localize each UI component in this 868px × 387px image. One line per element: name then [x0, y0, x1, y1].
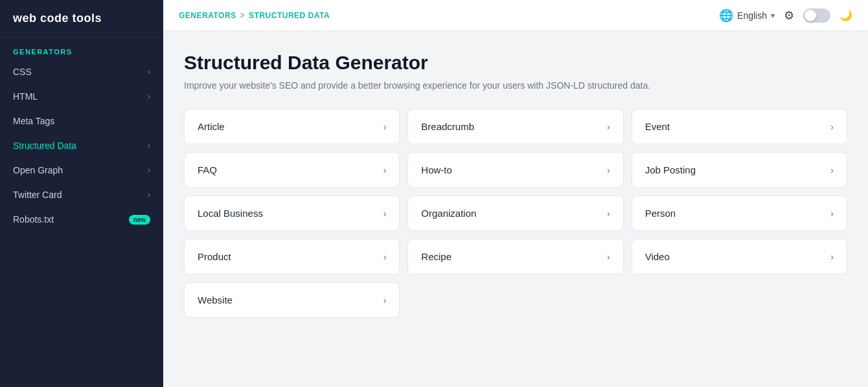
sidebar-item-twitter-card[interactable]: Twitter Card ›	[0, 182, 163, 207]
card-label: Person	[645, 208, 676, 219]
chevron-down-icon: ›	[148, 166, 150, 175]
card-label: FAQ	[198, 164, 217, 175]
chevron-right-icon: ›	[383, 165, 387, 175]
card-label: Video	[645, 251, 670, 262]
breadcrumb: GENERATORS > STRUCTURED DATA	[179, 11, 330, 20]
sidebar-item-label: CSS	[13, 67, 32, 77]
breadcrumb-current: STRUCTURED DATA	[249, 11, 330, 20]
sidebar-item-robots-txt[interactable]: Robots.txt new	[0, 207, 163, 232]
chevron-down-icon: ›	[148, 92, 150, 101]
chevron-right-icon: ›	[830, 252, 834, 262]
card-label: Product	[198, 251, 231, 262]
sidebar-item-label: Structured Data	[13, 140, 76, 151]
sidebar: web code tools GENERATORS CSS › HTML › M…	[0, 0, 163, 387]
card-label: Organization	[421, 208, 476, 219]
sidebar-item-css[interactable]: CSS ›	[0, 60, 163, 84]
breadcrumb-generators[interactable]: GENERATORS	[179, 11, 236, 20]
sidebar-item-right: new	[129, 215, 150, 225]
page-content: Structured Data Generator Improve your w…	[163, 31, 868, 387]
card-website[interactable]: Website ›	[184, 282, 400, 318]
chevron-right-icon: ›	[830, 208, 834, 219]
sidebar-section-label: GENERATORS	[0, 38, 163, 60]
moon-icon[interactable]: 🌙	[839, 9, 852, 21]
topbar-right: 🌐 English ▾ ⚙ 🌙	[719, 8, 852, 23]
page-title: Structured Data Generator	[184, 52, 847, 74]
main-content: GENERATORS > STRUCTURED DATA 🌐 English ▾…	[163, 0, 868, 387]
chevron-right-icon: ›	[830, 165, 834, 175]
chevron-right-icon: ›	[607, 208, 610, 219]
globe-icon: 🌐	[719, 8, 733, 23]
chevron-right-icon: ›	[383, 252, 387, 262]
gear-icon[interactable]: ⚙	[784, 8, 794, 23]
dark-mode-toggle[interactable]	[803, 8, 830, 23]
toggle-thumb	[805, 10, 816, 21]
language-chevron-icon: ▾	[771, 11, 775, 20]
card-label: Job Posting	[645, 164, 696, 175]
card-label: Website	[198, 294, 233, 305]
card-label: Breadcrumb	[421, 121, 474, 132]
chevron-right-icon: ›	[607, 122, 610, 132]
card-event[interactable]: Event ›	[632, 109, 847, 144]
app-logo: web code tools	[0, 0, 163, 38]
card-article[interactable]: Article ›	[184, 109, 400, 144]
sidebar-item-label: HTML	[13, 91, 38, 102]
card-label: Article	[198, 121, 225, 132]
chevron-right-icon: ›	[607, 165, 610, 175]
sidebar-item-meta-tags[interactable]: Meta Tags	[0, 109, 163, 133]
sidebar-item-structured-data[interactable]: Structured Data ›	[0, 133, 163, 158]
card-label: Recipe	[421, 251, 451, 262]
chevron-down-icon: ›	[148, 190, 150, 199]
card-organization[interactable]: Organization ›	[407, 195, 623, 231]
card-breadcrumb[interactable]: Breadcrumb ›	[407, 109, 623, 144]
chevron-down-icon: ›	[148, 141, 150, 150]
chevron-right-icon: ›	[607, 252, 610, 262]
sidebar-item-label: Meta Tags	[13, 116, 54, 126]
chevron-right-icon: ›	[383, 295, 387, 305]
card-how-to[interactable]: How-to ›	[407, 152, 623, 188]
card-label: Event	[645, 121, 670, 132]
chevron-right-icon: ›	[830, 122, 834, 132]
chevron-right-icon: ›	[383, 122, 387, 132]
topbar: GENERATORS > STRUCTURED DATA 🌐 English ▾…	[163, 0, 868, 31]
card-video[interactable]: Video ›	[632, 239, 847, 274]
sidebar-item-label: Open Graph	[13, 165, 63, 175]
card-person[interactable]: Person ›	[632, 195, 847, 231]
card-local-business[interactable]: Local Business ›	[184, 195, 400, 231]
chevron-down-icon: ›	[148, 67, 150, 76]
card-recipe[interactable]: Recipe ›	[407, 239, 623, 274]
language-selector[interactable]: 🌐 English ▾	[719, 8, 775, 23]
card-product[interactable]: Product ›	[184, 239, 400, 274]
card-job-posting[interactable]: Job Posting ›	[632, 152, 847, 188]
new-badge: new	[129, 215, 150, 225]
chevron-right-icon: ›	[383, 208, 387, 219]
sidebar-item-html[interactable]: HTML ›	[0, 84, 163, 109]
card-label: How-to	[421, 164, 452, 175]
card-faq[interactable]: FAQ ›	[184, 152, 400, 188]
sidebar-item-open-graph[interactable]: Open Graph ›	[0, 158, 163, 182]
card-label: Local Business	[198, 208, 263, 219]
cards-grid: Article › Breadcrumb › Event › FAQ › How…	[184, 109, 847, 318]
sidebar-item-label: Robots.txt	[13, 214, 54, 225]
page-description: Improve your website's SEO and provide a…	[184, 80, 847, 91]
language-label: English	[737, 10, 767, 21]
breadcrumb-separator: >	[240, 11, 246, 20]
sidebar-item-label: Twitter Card	[13, 190, 62, 200]
